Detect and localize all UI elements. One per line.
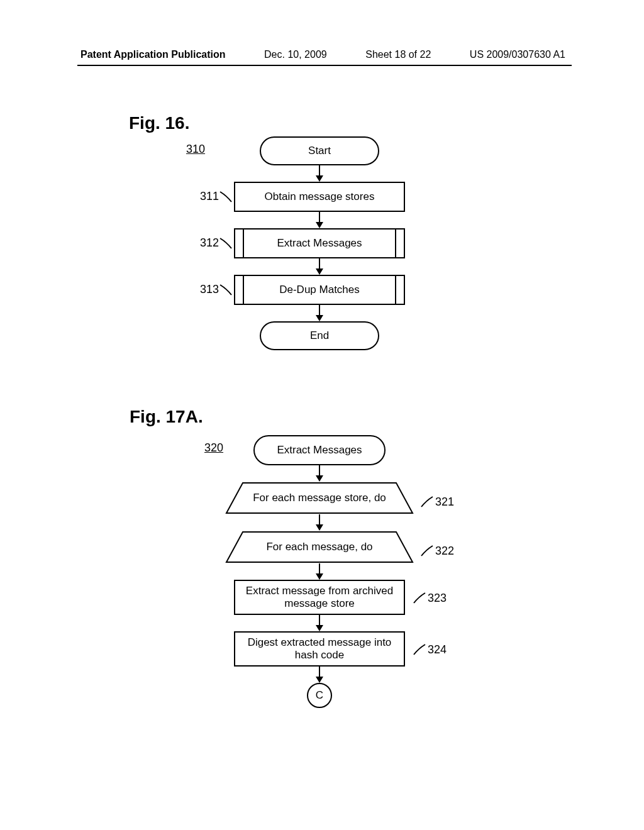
ref-321: 321 [435, 495, 454, 509]
connector-c: C [307, 683, 332, 708]
ref-313: 313 [200, 283, 219, 296]
loop-label: For each message store, do [225, 482, 414, 514]
arrow [319, 514, 320, 529]
ref-324: 324 [428, 643, 447, 656]
arrow [319, 165, 320, 180]
predefined-dedup-matches: De-Dup Matches [234, 275, 405, 305]
predefined-label: De-Dup Matches [279, 284, 360, 296]
terminator-extract-messages: Extract Messages [253, 435, 386, 465]
process-obtain-message-stores: Obtain message stores [234, 182, 405, 212]
page-header: Patent Application Publication Dec. 10, … [80, 49, 565, 60]
figure-17a-title: Fig. 17A. [130, 407, 203, 427]
loop-label: For each message, do [225, 531, 414, 563]
sheet-info: Sheet 18 of 22 [365, 49, 431, 60]
terminator-start: Start [260, 136, 379, 165]
arrow [319, 212, 320, 227]
process-extract-archived: Extract message from archived message st… [234, 580, 405, 615]
predefined-extract-messages: Extract Messages [234, 228, 405, 258]
callout-arc [413, 643, 426, 657]
arrow [319, 667, 320, 682]
ref-322: 322 [435, 545, 454, 558]
arrow [319, 258, 320, 274]
callout-arc [219, 284, 233, 297]
publication-number: US 2009/0307630 A1 [470, 49, 565, 60]
figure-16-title: Fig. 16. [129, 113, 189, 133]
ref-311: 311 [200, 190, 219, 203]
arrow [319, 465, 320, 480]
predefined-label: Extract Messages [277, 237, 362, 250]
process-digest-hash: Digest extracted message into hash code [234, 631, 405, 667]
ref-323: 323 [428, 592, 447, 605]
publication-label: Patent Application Publication [80, 49, 226, 60]
callout-arc [413, 592, 426, 606]
callout-arc [420, 545, 434, 558]
loop-foreach-message: For each message, do [225, 531, 414, 563]
callout-arc [420, 495, 434, 509]
loop-foreach-message-store: For each message store, do [225, 482, 414, 514]
publication-date: Dec. 10, 2009 [264, 49, 327, 60]
flowchart-fig16: Start Obtain message stores 311 Extract … [0, 135, 644, 399]
flowchart-fig17a: Extract Messages For each message store,… [0, 434, 644, 786]
ref-312: 312 [200, 236, 219, 250]
header-rule [77, 65, 572, 66]
callout-arc [219, 237, 233, 251]
arrow [319, 305, 320, 320]
callout-arc [219, 191, 233, 204]
terminator-end: End [260, 321, 379, 350]
arrow [319, 615, 320, 630]
arrow [319, 563, 320, 578]
